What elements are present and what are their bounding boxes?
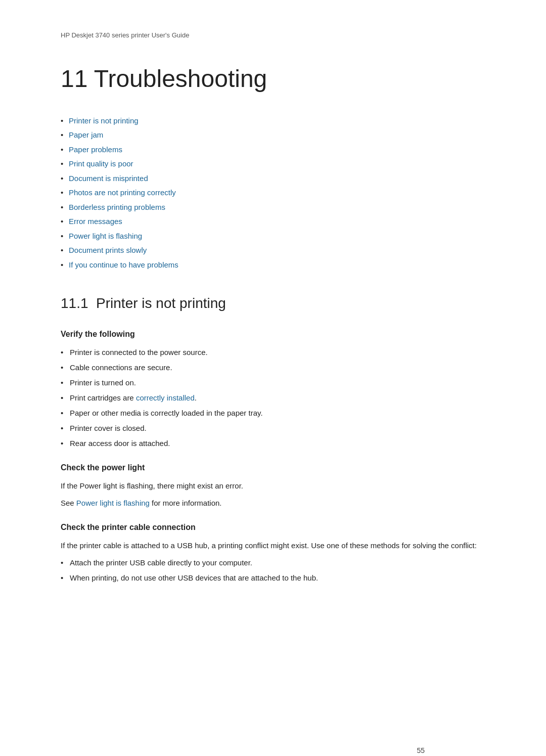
toc-item-borderless[interactable]: Borderless printing problems bbox=[61, 202, 485, 213]
list-item: Cable connections are secure. bbox=[61, 362, 485, 374]
subsection-cable-heading: Check the printer cable connection bbox=[61, 521, 485, 533]
list-item: Printer is turned on. bbox=[61, 377, 485, 389]
toc-link-paper-jam[interactable]: Paper jam bbox=[69, 130, 103, 139]
toc-link-continue-problems[interactable]: If you continue to have problems bbox=[69, 260, 178, 269]
toc-link-error-messages[interactable]: Error messages bbox=[69, 217, 122, 226]
power-light-link[interactable]: Power light is flashing bbox=[76, 499, 150, 507]
toc-link-printer-not-printing[interactable]: Printer is not printing bbox=[69, 116, 139, 125]
cable-list: Attach the printer USB cable directly to… bbox=[61, 557, 485, 584]
list-item: Rear access door is attached. bbox=[61, 437, 485, 450]
power-light-body1: If the Power light is flashing, there mi… bbox=[61, 480, 485, 492]
table-of-contents: Printer is not printing Paper jam Paper … bbox=[61, 115, 485, 271]
toc-item-paper-problems[interactable]: Paper problems bbox=[61, 144, 485, 156]
list-item: Printer is connected to the power source… bbox=[61, 346, 485, 359]
page-number: 55 bbox=[417, 745, 425, 756]
subsection-verify-heading: Verify the following bbox=[61, 328, 485, 340]
toc-link-doc-misprinted[interactable]: Document is misprinted bbox=[69, 174, 148, 183]
section-11-1-title: 11.1 Printer is not printing bbox=[61, 293, 485, 314]
toc-item-paper-jam[interactable]: Paper jam bbox=[61, 129, 485, 141]
cable-body1: If the printer cable is attached to a US… bbox=[61, 540, 485, 552]
toc-link-print-quality[interactable]: Print quality is poor bbox=[69, 159, 133, 168]
chapter-title: 11 Troubleshooting bbox=[61, 61, 485, 97]
toc-link-doc-slowly[interactable]: Document prints slowly bbox=[69, 246, 147, 254]
toc-item-doc-misprinted[interactable]: Document is misprinted bbox=[61, 173, 485, 185]
toc-item-printer-not-printing[interactable]: Printer is not printing bbox=[61, 115, 485, 127]
verify-list: Printer is connected to the power source… bbox=[61, 346, 485, 450]
subsection-power-light-heading: Check the power light bbox=[61, 462, 485, 474]
list-item: Print cartridges are correctly installed… bbox=[61, 392, 485, 404]
power-light-body2: See Power light is flashing for more inf… bbox=[61, 497, 485, 509]
toc-item-print-quality[interactable]: Print quality is poor bbox=[61, 158, 485, 170]
section-11-1: 11.1 Printer is not printing Verify the … bbox=[61, 293, 485, 584]
toc-item-power-light[interactable]: Power light is flashing bbox=[61, 231, 485, 242]
toc-item-doc-slowly[interactable]: Document prints slowly bbox=[61, 245, 485, 256]
toc-link-photos[interactable]: Photos are not printing correctly bbox=[69, 188, 176, 197]
list-item: Printer cover is closed. bbox=[61, 422, 485, 434]
toc-link-paper-problems[interactable]: Paper problems bbox=[69, 145, 122, 154]
toc-item-error-messages[interactable]: Error messages bbox=[61, 216, 485, 228]
list-item: Paper or other media is correctly loaded… bbox=[61, 407, 485, 419]
breadcrumb: HP Deskjet 3740 series printer User's Gu… bbox=[61, 30, 485, 40]
list-item: Attach the printer USB cable directly to… bbox=[61, 557, 485, 569]
correctly-installed-link[interactable]: correctly installed bbox=[136, 393, 195, 402]
toc-link-borderless[interactable]: Borderless printing problems bbox=[69, 203, 165, 211]
toc-item-continue-problems[interactable]: If you continue to have problems bbox=[61, 259, 485, 271]
toc-link-power-light[interactable]: Power light is flashing bbox=[69, 232, 142, 240]
list-item: When printing, do not use other USB devi… bbox=[61, 572, 485, 584]
toc-item-photos[interactable]: Photos are not printing correctly bbox=[61, 187, 485, 199]
